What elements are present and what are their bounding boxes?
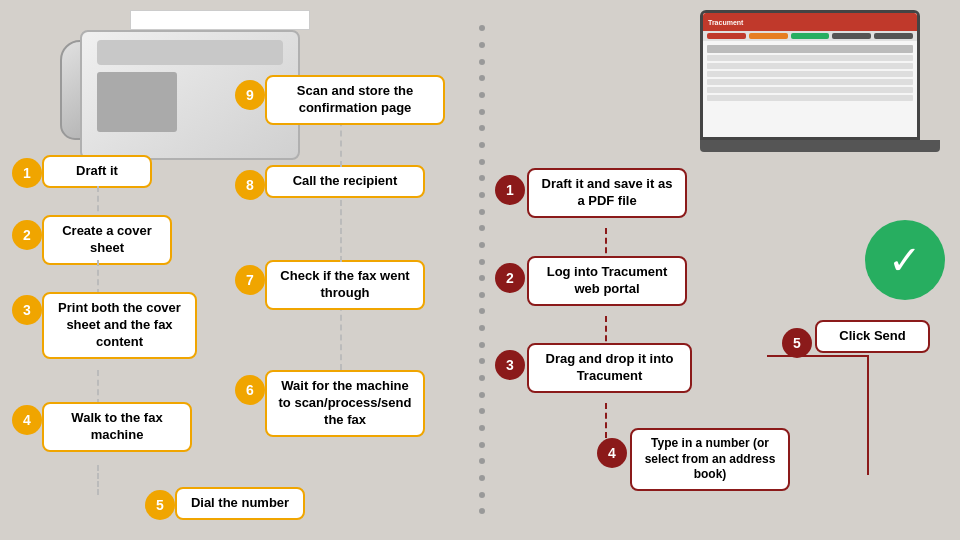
step-box-7: Check if the fax went through	[265, 260, 425, 310]
step-circle-7: 7	[235, 265, 265, 295]
step-box-5: Dial the number	[175, 487, 305, 520]
right-section: Tracument	[487, 0, 960, 540]
arrow-4-5	[97, 465, 99, 495]
r-step-box-5: Click Send	[815, 320, 930, 353]
r-step-circle-2: 2	[495, 263, 525, 293]
step-circle-5: 5	[145, 490, 175, 520]
section-divider	[480, 20, 484, 520]
success-check: ✓	[865, 220, 945, 300]
r-step-box-4: Type in a number (or select from an addr…	[630, 428, 790, 491]
tracument-logo: Tracument	[708, 19, 743, 26]
step-box-4: Walk to the fax machine	[42, 402, 192, 452]
arrow-3-4	[97, 370, 99, 405]
step-box-3: Print both the cover sheet and the fax c…	[42, 292, 197, 359]
step-circle-2: 2	[12, 220, 42, 250]
r-step-box-2: Log into Tracument web portal	[527, 256, 687, 306]
step-circle-4: 4	[12, 405, 42, 435]
r-step-circle-1: 1	[495, 175, 525, 205]
step-box-9: Scan and store the confirmation page	[265, 75, 445, 125]
step-box-6: Wait for the machine to scan/process/sen…	[265, 370, 425, 437]
r-step-circle-5: 5	[782, 328, 812, 358]
r-arrow-3-4	[605, 403, 607, 438]
laptop-image: Tracument	[700, 10, 940, 170]
r-arrow-4-5-v	[867, 355, 869, 475]
r-step-circle-3: 3	[495, 350, 525, 380]
r-step-circle-4: 4	[597, 438, 627, 468]
step-box-8: Call the recipient	[265, 165, 425, 198]
arrow-2-3	[97, 260, 99, 295]
left-section: 1 Draft it 2 Create a cover sheet 3 Prin…	[0, 0, 480, 540]
r-step-box-3: Drag and drop it into Tracument	[527, 343, 692, 393]
step-circle-1: 1	[12, 158, 42, 188]
r-arrow-4-5-h	[767, 355, 867, 357]
step-box-1: Draft it	[42, 155, 152, 188]
step-circle-9: 9	[235, 80, 265, 110]
step-box-2: Create a cover sheet	[42, 215, 172, 265]
arrow-7-8	[340, 200, 342, 262]
r-step-box-1: Draft it and save it as a PDF file	[527, 168, 687, 218]
step-circle-8: 8	[235, 170, 265, 200]
step-circle-6: 6	[235, 375, 265, 405]
step-circle-3: 3	[12, 295, 42, 325]
